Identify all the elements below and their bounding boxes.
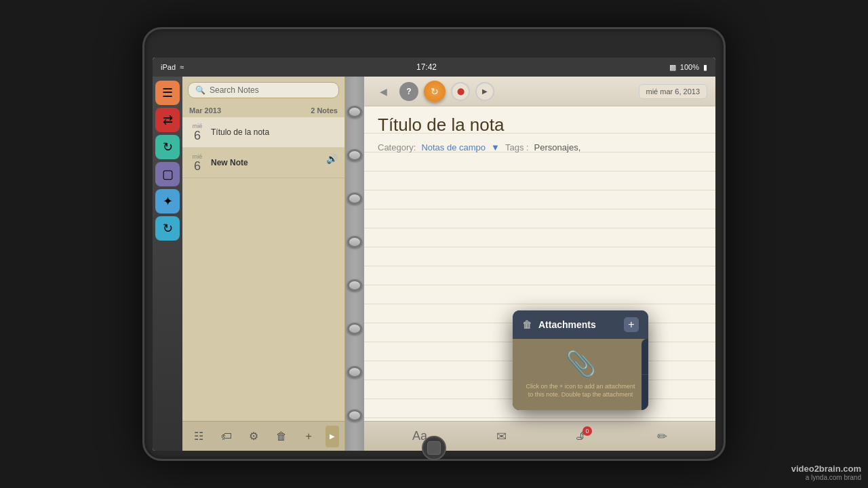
photo-option[interactable]: 🖼 Photo [642,375,648,410]
note-daynum-1: 6 [194,129,201,142]
section-header: Mar 2013 2 Notes [182,104,344,117]
category-label: Category: [378,142,416,152]
sidebar-icon-notes[interactable]: ☰ [155,81,180,105]
add-note-button[interactable]: + [298,426,319,447]
note-title-2: New Note [211,153,321,172]
ring-3 [347,192,362,205]
home-button-inner [427,441,441,455]
edit-button[interactable]: ✏ [657,429,667,444]
attachments-popup: 🗑 Attachments + 📎 Click on the + icon to… [513,310,648,410]
attachments-title: 🗑 Attachments [522,319,596,330]
record-button[interactable]: ⬤ [451,82,470,101]
ring-4 [347,236,362,248]
ring-6 [347,323,362,335]
status-time: 17:42 [416,62,437,72]
email-icon: ✉ [496,429,507,444]
tag-button[interactable]: 🏷 [216,426,237,447]
date-badge: mié mar 6, 2013 [639,84,707,99]
refresh-icon: ↻ [163,221,173,236]
watermark-brand: video2brain.com [791,464,861,474]
shuffle-icon: ⇄ [163,113,173,127]
bird-icon: ✦ [163,194,173,209]
category-dropdown-icon[interactable]: ▼ [491,142,500,152]
note-daynum-2: 6 [194,160,201,172]
note-item-1[interactable]: mié 6 Título de la nota [182,117,344,148]
attachments-header: 🗑 Attachments + [513,310,648,339]
sidebar-icon-refresh[interactable]: ↻ [155,216,180,241]
help-button[interactable]: ? [399,82,418,101]
sidebar-icon-screen[interactable]: ▢ [155,162,180,186]
battery-percent: 100% [680,63,699,71]
ring-8 [347,409,362,422]
attach-button[interactable]: 🖇 0 [576,429,588,443]
attachments-title-text: Attachments [538,319,596,330]
notes-icon: ☰ [162,85,173,100]
binder-rings [345,77,364,451]
note-main-title[interactable]: Título de la nota [378,115,702,136]
sidebar-icon-sync[interactable]: ↻ [155,135,180,159]
search-icon: 🔍 [195,85,205,95]
watermark: video2brain.com a lynda.com brand [791,464,861,481]
note-date-2: mié 6 [189,153,205,172]
sidebar-icon-bird[interactable]: ✦ [155,189,180,214]
note-item-2[interactable]: mié 6 New Note 🔊 [182,148,344,178]
notes-count: 2 Notes [311,106,338,115]
ipad-frame: iPad ≈ 17:42 ▩ 100% ▮ ☰ ⇄ ↻ [142,27,726,461]
device-name: iPad [161,63,176,71]
sync-button[interactable]: ↻ [424,81,446,102]
play-button[interactable]: ▶ [475,82,494,101]
section-month: Mar 2013 [189,106,221,115]
settings-button[interactable]: ⚙ [243,426,264,447]
attachments-add-button[interactable]: + [624,317,639,332]
search-placeholder: Search Notes [210,85,259,95]
screen-icon: ▢ [162,167,174,182]
grid-view-button[interactable]: ☷ [188,426,210,447]
notes-list: 🔍 Search Notes Mar 2013 2 Notes mié 6 Tí… [182,77,345,451]
clip-icon: 📎 [566,350,596,378]
search-bar[interactable]: 🔍 Search Notes [188,82,339,98]
ipad-screen: iPad ≈ 17:42 ▩ 100% ▮ ☰ ⇄ ↻ [153,58,715,451]
note-date-1: mié 6 [189,123,205,142]
back-button[interactable]: ◀ [372,82,394,101]
battery-icon: ▩ [669,63,676,72]
note-editor: ◀ ? ↻ ⬤ ▶ mié mar 6, 2013 Título de la n… [364,77,715,451]
sound-icon: 🔊 [326,153,338,172]
attachments-body: 📎 Click on the + icon to add an attachme… [513,339,648,410]
category-value[interactable]: Notas de campo [421,142,486,152]
status-right: ▩ 100% ▮ [669,63,707,72]
note-title-1: Título de la nota [211,123,338,142]
battery-symbol: ▮ [703,63,707,72]
editor-toolbar: ◀ ? ↻ ⬤ ▶ mié mar 6, 2013 [364,77,715,106]
home-button[interactable] [422,436,446,460]
note-meta: Category: Notas de campo ▼ Tags : Person… [378,142,702,152]
status-bar: iPad ≈ 17:42 ▩ 100% ▮ [153,58,715,77]
sync-icon: ↻ [163,140,173,155]
watermark-sub: a lynda.com brand [791,474,861,481]
email-button[interactable]: ✉ [496,429,507,444]
attachments-trash-icon[interactable]: 🗑 [522,319,532,330]
ring-7 [347,366,362,378]
ring-5 [347,279,362,291]
sidebar-icons: ☰ ⇄ ↻ ▢ ✦ ↻ [153,77,182,451]
tags-value[interactable]: Personajes, [534,142,581,152]
attachments-hint: Click on the + icon to add an attachment… [524,382,637,399]
wifi-icon: ≈ [180,63,184,71]
expand-button[interactable]: ▶ [326,426,339,447]
edit-icon: ✏ [657,429,667,444]
ring-2 [347,149,362,161]
tags-label: Tags : [505,142,529,152]
context-menu: 📷 Camera 🖼 Photo ✏️ Sketch [642,339,648,410]
editor-bottom-toolbar: Aa ✉ 🖇 0 ✏ [364,421,715,451]
trash-button[interactable]: 🗑 [271,426,292,447]
attach-badge: 0 [583,426,592,436]
ring-1 [347,106,362,118]
sidebar-icon-shuffle[interactable]: ⇄ [155,108,180,132]
status-left: iPad ≈ [161,63,184,71]
camera-option[interactable]: 📷 Camera [642,339,648,375]
main-area: ☰ ⇄ ↻ ▢ ✦ ↻ [153,77,715,451]
notes-toolbar: ☷ 🏷 ⚙ 🗑 + ▶ [182,421,344,451]
